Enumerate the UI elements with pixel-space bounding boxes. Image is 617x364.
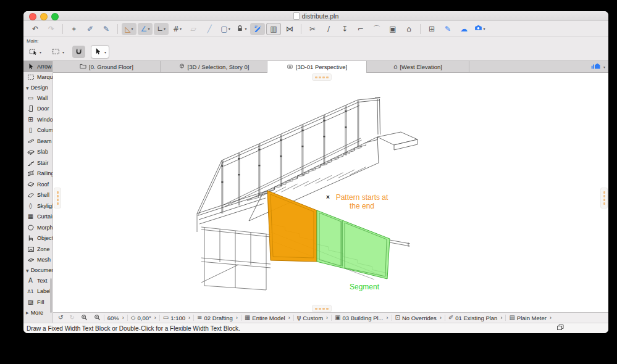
cloud-publish-icon[interactable]: ☁ <box>456 23 471 35</box>
eraser-icon[interactable]: ▱ <box>186 23 201 35</box>
orientation-value: 0,00° <box>138 315 151 321</box>
toolbox-item-arrow[interactable]: Arrow <box>23 61 52 72</box>
highlighted-panel-orange[interactable] <box>267 191 317 262</box>
toolbox-item-label: Stair <box>37 160 49 166</box>
canvas-viewport[interactable]: × Pattern starts at the end Segment <box>53 73 608 312</box>
segment-annotation[interactable]: Segment <box>350 283 380 291</box>
trim-icon[interactable]: ∕ <box>321 23 336 35</box>
toolbox-item-curtain-wall[interactable]: ▦Curtain Wall <box>23 212 52 223</box>
minimize-button[interactable] <box>40 13 48 20</box>
zoom-level-selector[interactable]: 60%› <box>104 313 127 323</box>
pick-up-parameters-icon[interactable]: ⌖ <box>67 23 82 35</box>
zoom-extent-button[interactable] <box>91 313 104 323</box>
split-icon[interactable]: ✂ <box>305 23 320 35</box>
toolbox-item-morph[interactable]: Morph <box>23 222 52 233</box>
top-palette-grip[interactable] <box>312 73 332 81</box>
nav-back-button[interactable]: ↺ <box>55 313 66 323</box>
stretch-icon[interactable]: ⋈ <box>282 23 297 35</box>
graphic-overrides-selector[interactable]: ⊡No Overrides› <box>392 313 445 323</box>
orientation-selector[interactable]: ◇0,00°› <box>128 313 159 323</box>
markup-pen-icon[interactable]: ✎ <box>440 23 455 35</box>
resize-icon[interactable]: ▣ <box>385 23 400 35</box>
offset-icon[interactable]: ⌂ <box>401 23 416 35</box>
right-palette-grip[interactable] <box>600 188 608 209</box>
selection-frame-icon[interactable]: ▢▾ <box>218 23 233 35</box>
dimension-standard-selector[interactable]: ▣03 Building Pl...› <box>332 313 391 323</box>
toolbox-item-skylight[interactable]: ◊Skylight <box>23 201 52 212</box>
zoom-in-button[interactable] <box>78 313 91 323</box>
sidebar-scrollbar[interactable] <box>50 278 52 313</box>
scale-value: 1:100 <box>170 315 185 321</box>
toolbox-item-label[interactable]: A1Label <box>23 286 52 297</box>
pattern-annotation-line2[interactable]: the end <box>350 202 374 210</box>
toolbox-item-railing[interactable]: Railing <box>23 168 52 180</box>
layer-combination-selector[interactable]: ≡02 Drafting› <box>194 313 241 323</box>
pattern-annotation-marker[interactable]: × <box>326 194 330 201</box>
intersect-icon[interactable]: ⌐ <box>353 23 368 35</box>
pattern-annotation-line1[interactable]: Pattern starts at <box>336 193 388 202</box>
inject-parameters-icon[interactable]: ✐ <box>83 23 98 35</box>
scale-icon: ▭ <box>163 315 169 321</box>
close-button[interactable] <box>29 13 36 20</box>
measure-icon[interactable]: ✎ <box>99 23 114 35</box>
arrow-tool-button[interactable]: ▾ <box>91 45 109 59</box>
dimension-text-icon[interactable]: ▥ <box>266 23 281 35</box>
scale-selector[interactable]: ▭1:100› <box>160 313 193 323</box>
marquee-selection-button[interactable]: ▾ <box>49 46 67 58</box>
toolbox-item-zone[interactable]: Zone <box>23 244 52 255</box>
magnet-toggle-button[interactable] <box>72 46 85 58</box>
lock-icon[interactable]: ▾ <box>234 23 249 35</box>
set-square-icon[interactable]: ◺▾ <box>122 23 136 35</box>
toolbox-item-mesh[interactable]: Mesh <box>23 255 52 266</box>
pen-set-selector[interactable]: ψCustom› <box>294 313 331 323</box>
zoom-button[interactable] <box>51 13 59 20</box>
view-tabbar: [0. Ground Floor][3D / Selection, Story … <box>53 61 608 73</box>
stair-model-drawing[interactable]: × Pattern starts at the end Segment <box>53 73 608 312</box>
tab-3d-selection-story-0[interactable]: [3D / Selection, Story 0] <box>161 61 267 72</box>
toolbox-item-slab[interactable]: Slab <box>23 147 52 158</box>
toolbox-section-design[interactable]: ▼Design <box>23 83 52 93</box>
feather-icon[interactable]: ╱ <box>202 23 217 35</box>
text-tool-icon: A <box>25 278 36 284</box>
adjust-icon[interactable]: ↧ <box>337 23 352 35</box>
distribute-tool-icon[interactable] <box>250 23 265 35</box>
redo-icon[interactable]: ↷ <box>44 23 59 35</box>
toolbox-item-text[interactable]: AText <box>23 275 52 286</box>
toolbox-item-door[interactable]: Door <box>23 104 52 115</box>
snap-guides-icon[interactable]: ∟▾ <box>154 23 169 35</box>
toolbox-item-roof[interactable]: Roof <box>23 179 52 190</box>
bottom-palette-grip[interactable] <box>312 305 332 312</box>
toolbox-item-stair[interactable]: Stair <box>23 157 52 168</box>
view-camera-icon[interactable]: ▾ <box>472 23 487 35</box>
renovation-filter-selector[interactable]: ✐01 Existing Plan› <box>445 313 506 323</box>
element-selection-button[interactable]: ▾ <box>27 46 44 58</box>
fillet-icon[interactable]: ⌒ <box>369 23 384 35</box>
toolbox-item-beam[interactable]: Beam <box>23 136 52 147</box>
tab-west-elevation[interactable]: ⌂[West Elevation] <box>367 61 469 72</box>
toolbox-item-fill[interactable]: ▨Fill <box>23 297 52 308</box>
nav-forward-button[interactable]: ↻ <box>66 313 77 323</box>
explode-icon[interactable]: ⊞ <box>424 23 439 35</box>
toolbox-item-window[interactable]: ⊞Window <box>23 114 52 125</box>
roof-tool-icon <box>25 181 36 188</box>
toolbox-item-marquee[interactable]: Marquee <box>23 72 52 83</box>
highlighted-panel-green[interactable] <box>317 210 390 279</box>
left-palette-grip[interactable] <box>54 188 61 209</box>
quick-views-icon[interactable] <box>591 62 602 71</box>
undo-icon[interactable]: ↶ <box>28 23 43 35</box>
toolbox-item-column[interactable]: ▯Column <box>23 125 52 136</box>
toolbox-item-object[interactable]: Object <box>23 233 52 244</box>
measurement-unit-selector[interactable]: ▤Plain Meter› <box>506 313 555 323</box>
toolbox-section-more[interactable]: ▶More <box>23 308 52 318</box>
toolbox-item-shell[interactable]: Shell <box>23 190 52 201</box>
tab-0-ground-floor[interactable]: [0. Ground Floor] <box>53 61 161 72</box>
graphic-overrides-icon: ⊡ <box>395 315 400 321</box>
toolbox-section-document[interactable]: ▼Document <box>23 265 52 275</box>
model-view-options-selector[interactable]: ▦Entire Model› <box>241 313 293 323</box>
overlapping-windows-icon[interactable] <box>556 324 564 333</box>
grid-snap-icon[interactable]: #▾ <box>170 23 185 35</box>
toolbox-item-wall[interactable]: ▭Wall <box>23 93 52 104</box>
tab-3d-01-perspective[interactable]: [3D-01 Perspective] <box>267 61 367 73</box>
marquee-tool-icon <box>25 73 36 81</box>
guide-lines-icon[interactable]: ∠▾ <box>138 23 153 35</box>
